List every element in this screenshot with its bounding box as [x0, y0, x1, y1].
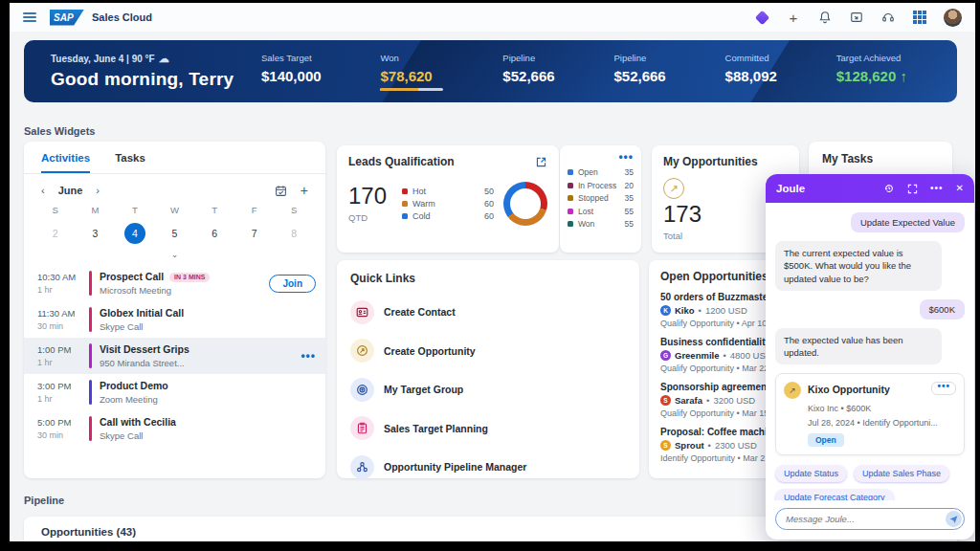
activity-row[interactable]: 5:00 PM30 min Call with Cecilia Skype Ca… — [24, 410, 325, 447]
joule-message-input[interactable] — [775, 508, 965, 530]
activity-row[interactable]: 10:30 AM1 hr Prospect CallIN 3 MINS Micr… — [24, 265, 325, 301]
sap-logo[interactable]: SAP — [50, 10, 84, 26]
history-icon[interactable] — [883, 183, 895, 194]
kpi-pipeline-2: Pipeline $52,666 — [613, 53, 665, 91]
support-icon[interactable] — [880, 10, 896, 25]
calendar-collapse-icon[interactable]: ⌄ — [24, 244, 325, 263]
calendar-day[interactable]: 8 — [274, 228, 314, 239]
joule-opportunity-card[interactable]: ↗ Kixo Opportunity ••• Kixo Inc • $600K … — [775, 373, 965, 455]
activity-color-bar — [89, 271, 92, 296]
topbar: SAP Sales Cloud + — [10, 3, 975, 32]
product-name: Sales Cloud — [92, 11, 152, 23]
legend-bullet — [568, 209, 573, 214]
activity-color-bar — [89, 380, 92, 405]
join-button[interactable]: Join — [269, 275, 316, 293]
chip-update-forecast-category[interactable]: Update Forecast Category — [775, 489, 894, 500]
pipeline-icon — [350, 455, 374, 479]
card-title: My Opportunities — [663, 155, 788, 168]
card-title: Quick Links — [350, 272, 626, 285]
quick-link-my-target-group[interactable]: My Target Group — [350, 378, 626, 402]
joule-overflow-icon[interactable]: ••• — [930, 184, 944, 193]
calendar-weekdays: SM TW TF S — [24, 197, 325, 215]
legend-bullet — [402, 188, 408, 194]
joule-bot-message: The current expected value is $500K. Wha… — [775, 241, 942, 291]
kpi-pipeline-1: Pipeline $52,666 — [502, 53, 554, 91]
next-month-icon[interactable]: › — [96, 185, 100, 196]
kpi-target-achieved: Target Achieved $128,620 ↑ — [836, 53, 907, 91]
notifications-icon[interactable] — [817, 10, 833, 25]
legend-bullet — [568, 183, 573, 188]
send-icon[interactable] — [946, 511, 962, 527]
quick-link-sales-target-planning[interactable]: Sales Target Planning — [350, 416, 626, 440]
calendar-day[interactable]: 6 — [194, 228, 234, 239]
status-badge: Open — [808, 433, 844, 447]
joule-panel: Joule ••• ✕ Update Expected Value The cu… — [766, 174, 974, 540]
leads-period: QTD — [348, 212, 387, 223]
close-icon[interactable]: ✕ — [956, 184, 964, 193]
app-window: SAP Sales Cloud + Tuesday, June 4 | 90 °… — [10, 3, 975, 541]
calendar-month: June — [58, 185, 83, 196]
section-pipeline: Pipeline — [24, 495, 64, 506]
weather-cloud-icon: ☁ — [159, 53, 169, 64]
legend-bullet — [402, 213, 408, 219]
activity-color-bar — [89, 416, 92, 441]
activity-color-bar — [89, 307, 92, 332]
greeting-banner: Tuesday, June 4 | 90 °F☁ Good morning, T… — [24, 40, 957, 102]
joule-bot-message: The expected value has been updated. — [775, 328, 942, 365]
joule-user-message: $600K — [920, 299, 965, 320]
legend-bullet — [568, 195, 573, 201]
tab-tasks[interactable]: Tasks — [115, 152, 145, 173]
clipboard-icon — [350, 416, 374, 440]
add-icon[interactable]: + — [786, 10, 801, 25]
chip-update-status[interactable]: Update Status — [775, 465, 847, 482]
prev-month-icon[interactable]: ‹ — [41, 185, 45, 196]
card-menu-icon[interactable]: ••• — [931, 382, 956, 395]
coin-icon — [350, 339, 374, 363]
section-sales-widgets: Sales Widgets — [24, 125, 95, 137]
card-title: My Tasks — [822, 152, 939, 165]
joule-header: Joule ••• ✕ — [766, 174, 974, 203]
kpi-committed: Committed $88,092 — [725, 53, 777, 91]
opportunity-coin-icon: ↗ — [784, 382, 801, 399]
legend-bullet — [568, 221, 573, 227]
add-activity-icon[interactable]: + — [301, 184, 308, 197]
leads-total: 170 — [348, 185, 387, 208]
won-progress — [380, 88, 443, 91]
target-icon — [350, 378, 374, 402]
calendar-icon[interactable] — [275, 185, 287, 197]
feedback-icon[interactable] — [849, 10, 864, 25]
tab-activities[interactable]: Activities — [41, 152, 90, 173]
quick-link-create-opportunity[interactable]: Create Opportunity — [350, 339, 626, 363]
activity-row[interactable]: 11:30 AM30 min Globex Initial Call Skype… — [24, 301, 325, 338]
quick-link-opportunity-pipeline-manager[interactable]: Opportunity Pipeline Manager — [350, 455, 626, 479]
leads-donut — [503, 182, 547, 226]
expand-icon[interactable] — [907, 184, 918, 194]
calendar-dates: 2 3 4 5 6 7 8 — [24, 215, 325, 244]
calendar-day[interactable]: 2 — [35, 228, 76, 239]
menu-icon[interactable] — [23, 12, 36, 22]
activity-row[interactable]: 3:00 PM1 hr Product Demo Zoom Meeting — [24, 374, 325, 410]
app-launcher-icon[interactable] — [912, 10, 927, 25]
account-icon: S — [660, 440, 671, 451]
activity-row-highlighted[interactable]: 1:00 PM1 hr Visit Dessert Grips 950 Mira… — [24, 338, 325, 374]
user-avatar[interactable] — [944, 9, 962, 27]
calendar-day[interactable]: 5 — [155, 228, 195, 239]
account-icon: G — [660, 350, 671, 361]
card-title: Leads Qualification — [348, 155, 455, 168]
calendar-day[interactable]: 3 — [76, 228, 116, 239]
joule-icon[interactable] — [754, 10, 769, 25]
activity-overflow-icon[interactable]: ••• — [301, 349, 316, 363]
leads-legend: Hot50 Warm60 Cold60 — [402, 184, 494, 224]
open-in-new-icon[interactable] — [535, 156, 547, 168]
joule-user-message: Update Expected Value — [851, 212, 965, 232]
card-overflow-icon[interactable]: ••• — [568, 150, 634, 164]
quick-link-create-contact[interactable]: Create Contact — [350, 300, 626, 324]
chip-update-sales-phase[interactable]: Update Sales Phase — [854, 465, 949, 482]
calendar-day[interactable]: 7 — [234, 228, 275, 239]
joule-suggestion-chips: Update Status Update Sales Phase Update … — [775, 465, 965, 500]
in-3-mins-badge: IN 3 MINS — [169, 273, 210, 282]
account-icon: K — [660, 305, 671, 316]
lead-status-card: ••• Open35 In Process20 Stopped35 Lost55… — [560, 145, 641, 253]
banner-date: Tuesday, June 4 | 90 °F☁ — [51, 53, 252, 65]
calendar-day-selected[interactable]: 4 — [124, 223, 145, 244]
